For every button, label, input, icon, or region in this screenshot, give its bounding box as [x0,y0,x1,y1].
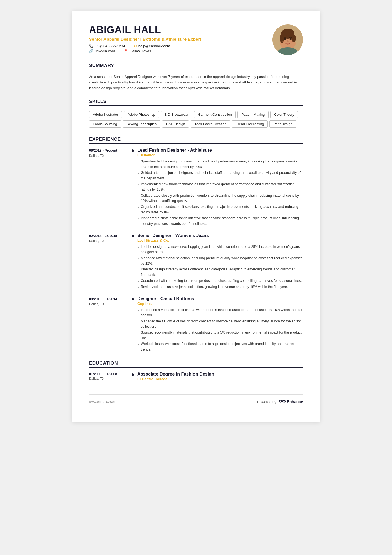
education-title: EDUCATION [89,361,303,368]
exp-content: Designer - Casual Bottoms Gap Inc. Intro… [135,296,303,353]
experience-entry: 08/2010 - 01/2014 Dallas, TX Designer - … [89,296,303,353]
edu-content: Associate Degree in Fashion Design El Ce… [135,372,303,381]
edu-date: 01/2006 - 01/2008 [89,372,130,376]
exp-divider [130,296,135,353]
skills-title: SKILLS [89,99,303,106]
bullet-item: Managed raw material selection, ensuring… [137,256,303,267]
bullet-item: Sourced eco-friendly materials that cont… [137,330,303,341]
bullet-item: Spearheaded the design process for a new… [137,159,303,170]
exp-date: 08/2010 - 01/2014 [89,297,130,302]
skill-badge: CAD Design [162,120,189,128]
bullet-item: Guided a team of junior designers and te… [137,170,303,181]
summary-text: As a seasoned Senior Apparel Designer wi… [89,74,303,91]
experience-entry: 02/2014 - 05/2018 Dallas, TX Senior Desi… [89,233,303,290]
exp-date-block: 08/2010 - 01/2014 Dallas, TX [89,296,130,353]
skill-badge: Pattern Making [237,111,269,118]
footer-url: www.enhancv.com [89,400,116,404]
candidate-title: Senior Apparel Designer | Bottoms & Athl… [89,37,266,42]
education-section: EDUCATION 01/2006 - 01/2008 Dallas, TX A… [89,361,303,381]
edu-date-block: 01/2006 - 01/2008 Dallas, TX [89,372,130,381]
exp-date: 06/2018 - Present [89,148,130,153]
resume-page: ABIGAIL HALL Senior Apparel Designer | B… [72,11,320,422]
footer-logo: Enhancv [278,399,303,405]
experience-title: EXPERIENCE [89,137,303,144]
experience-entries: 06/2018 - Present Dallas, TX Lead Fashio… [89,148,303,353]
footer: www.enhancv.com Powered by Enhancv [89,394,303,405]
skill-badge: Fabric Sourcing [89,120,121,128]
phone-contact: 📞 +1-(234)-555-1234 [89,44,125,48]
summary-title: SUMMARY [89,63,303,70]
exp-location: Dallas, TX [89,239,130,243]
experience-entry: 06/2018 - Present Dallas, TX Lead Fashio… [89,148,303,227]
bullet-item: Worked closely with cross-functional tea… [137,341,303,352]
skill-badge: 3-D Browzwear [161,111,192,118]
bullet-item: Organized and conducted fit sessions res… [137,204,303,215]
exp-location: Dallas, TX [89,302,130,306]
edu-dot [132,373,134,376]
skill-badge: Print Design [269,120,296,128]
skills-grid: Adobe IllustratorAdobe Photoshop3-D Brow… [89,110,303,129]
edu-degree: Associate Degree in Fashion Design [137,372,303,377]
edu-school: El Centro College [137,377,303,381]
exp-role: Lead Fashion Designer - Athleisure [137,148,303,153]
skill-badge: Garment Construction [194,111,236,118]
email-icon: ✉ [134,44,137,48]
exp-dot [132,149,134,152]
exp-content: Senior Designer - Women's Jeans Levi Str… [135,233,303,290]
skill-badge: Trend Forecasting [232,120,268,128]
location-contact: 📍 Dallas, Texas [124,49,151,53]
linkedin-icon: 🔗 [89,49,93,53]
exp-dot [132,235,134,237]
exp-date: 02/2014 - 05/2018 [89,234,130,239]
exp-company: Gap Inc. [137,302,303,306]
svg-point-8 [282,29,293,36]
edu-location: Dallas, TX [89,377,130,381]
exp-company: Lululemon [137,153,303,157]
contact-row-1: 📞 +1-(234)-555-1234 ✉ help@enhancv.com [89,44,266,48]
powered-by-label: Powered by [257,400,276,404]
exp-bullets: Spearheaded the design process for a new… [137,159,303,226]
contact-row-2: 🔗 linkedin.com 📍 Dallas, Texas [89,49,266,53]
exp-bullets: Led the design of a new curve-hugging je… [137,244,303,290]
header: ABIGAIL HALL Senior Apparel Designer | B… [89,24,303,55]
svg-point-12 [290,41,293,43]
candidate-name: ABIGAIL HALL [89,24,266,36]
bullet-item: Managed the full cycle of design from co… [137,319,303,330]
exp-divider [130,148,135,227]
linkedin-contact: 🔗 linkedin.com [89,49,115,53]
education-entry: 01/2006 - 01/2008 Dallas, TX Associate D… [89,372,303,381]
bullet-item: Pioneered a sustainable fabric initiativ… [137,216,303,226]
education-entries: 01/2006 - 01/2008 Dallas, TX Associate D… [89,372,303,381]
skill-badge: Adobe Illustrator [89,111,122,118]
bullet-item: Coordinated with marketing teams on prod… [137,278,303,283]
exp-location: Dallas, TX [89,154,130,158]
skill-badge: Adobe Photoshop [124,111,159,118]
enhancv-logo-icon [278,399,286,405]
exp-bullets: Introduced a versatile line of casual we… [137,307,303,352]
avatar [272,24,303,55]
exp-content: Lead Fashion Designer - Athleisure Lulul… [135,148,303,227]
linkedin-value: linkedin.com [95,49,115,53]
avatar-image [272,24,303,55]
svg-point-9 [284,38,286,40]
exp-company: Levi Strauss & Co. [137,238,303,243]
phone-value: +1-(234)-555-1234 [95,44,125,48]
exp-role: Senior Designer - Women's Jeans [137,233,303,238]
location-icon: 📍 [124,49,128,53]
bullet-item: Implemented new fabric technologies that… [137,182,303,193]
edu-divider [130,372,135,381]
email-contact: ✉ help@enhancv.com [134,44,170,48]
bullet-item: Revitalized the plus-size jeans collecti… [137,284,303,290]
experience-section: EXPERIENCE 06/2018 - Present Dallas, TX … [89,137,303,353]
skill-badge: Sewing Techniques [123,120,160,128]
svg-point-10 [290,38,292,40]
bullet-item: Directed design strategy across differen… [137,267,303,278]
enhancv-brand-name: Enhancv [287,399,303,404]
skill-badge: Tech Packs Creation [191,120,230,128]
svg-point-11 [282,41,285,43]
summary-section: SUMMARY As a seasoned Senior Apparel Des… [89,63,303,91]
exp-divider [130,233,135,290]
bullet-item: Collaborated closely with production ven… [137,193,303,204]
bullet-item: Led the design of a new curve-hugging je… [137,244,303,255]
email-value: help@enhancv.com [138,44,170,48]
